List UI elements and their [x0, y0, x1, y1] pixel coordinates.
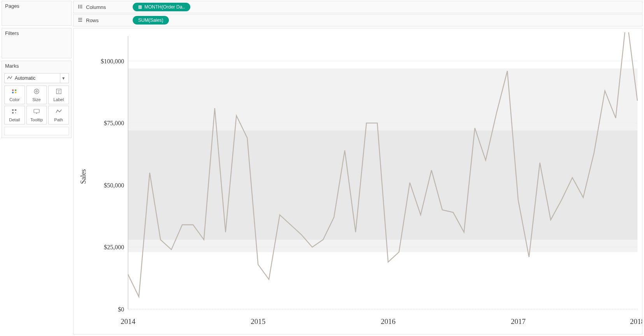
filters-shelf[interactable]: Filters — [2, 28, 72, 58]
marks-label-button[interactable]: T Label — [48, 86, 69, 104]
marks-color-label: Color — [9, 97, 19, 102]
svg-text:$100,000: $100,000 — [101, 58, 124, 65]
svg-rect-15 — [81, 5, 82, 9]
marks-tooltip-label: Tooltip — [30, 117, 43, 122]
svg-text:$75,000: $75,000 — [104, 120, 124, 126]
mark-type-select[interactable]: Automatic ▾ — [4, 73, 69, 83]
svg-point-1 — [15, 89, 16, 91]
marks-path-label: Path — [54, 117, 63, 122]
path-icon — [55, 108, 62, 116]
plus-icon: ⊞ — [138, 4, 142, 10]
line-chart[interactable]: $0$25,000$50,000$75,000$100,000201420152… — [74, 32, 642, 332]
color-icon — [11, 88, 18, 96]
svg-rect-18 — [78, 21, 82, 22]
marks-detail-label: Detail — [9, 117, 20, 122]
rows-shelf[interactable]: Rows SUM(Sales) — [73, 14, 642, 26]
marks-detail-button[interactable]: Detail — [4, 106, 25, 124]
filters-title: Filters — [2, 28, 71, 38]
rows-pill-sum-sales[interactable]: SUM(Sales) — [133, 16, 169, 24]
svg-rect-16 — [78, 18, 82, 19]
marks-path-button[interactable]: Path — [48, 106, 69, 124]
marks-label-label: Label — [53, 97, 64, 102]
detail-icon — [11, 108, 18, 116]
marks-size-label: Size — [32, 97, 40, 102]
svg-rect-8 — [12, 109, 14, 111]
rows-pill-label: SUM(Sales) — [138, 18, 163, 23]
svg-point-2 — [12, 92, 14, 93]
svg-text:2014: 2014 — [121, 317, 136, 326]
marks-color-button[interactable]: Color — [4, 86, 25, 104]
svg-text:2018: 2018 — [630, 317, 642, 326]
svg-point-11 — [15, 112, 16, 113]
marks-tooltip-button[interactable]: Tooltip — [26, 106, 47, 124]
columns-pill-month-order-date[interactable]: ⊞ MONTH(Order Da.. — [133, 3, 190, 11]
svg-rect-9 — [15, 109, 16, 111]
pages-shelf[interactable]: Pages — [2, 1, 72, 26]
chevron-down-icon: ▾ — [60, 74, 66, 83]
svg-point-5 — [36, 91, 37, 92]
columns-shelf[interactable]: Columns ⊞ MONTH(Order Da.. — [73, 1, 642, 13]
svg-text:2015: 2015 — [251, 317, 265, 326]
mark-type-label: Automatic — [15, 75, 35, 81]
visualization-area[interactable]: Sales $0$25,000$50,000$75,000$100,000201… — [73, 28, 642, 334]
svg-rect-17 — [78, 19, 82, 20]
rows-icon — [77, 17, 83, 24]
columns-icon — [77, 4, 83, 10]
tooltip-icon — [33, 108, 40, 116]
line-icon — [7, 75, 12, 82]
columns-pill-label: MONTH(Order Da.. — [144, 4, 185, 10]
svg-rect-12 — [34, 109, 39, 113]
marks-card: Marks Automatic ▾ — [2, 61, 72, 138]
svg-rect-14 — [80, 5, 81, 9]
svg-point-3 — [15, 92, 16, 93]
svg-rect-10 — [12, 112, 14, 114]
label-icon: T — [55, 88, 62, 96]
svg-text:$0: $0 — [118, 306, 124, 313]
svg-text:T: T — [58, 89, 60, 94]
columns-label: Columns — [86, 4, 106, 10]
svg-rect-13 — [78, 5, 79, 9]
size-icon — [33, 88, 40, 96]
svg-point-0 — [12, 89, 14, 91]
svg-text:$50,000: $50,000 — [104, 182, 124, 189]
marks-title: Marks — [2, 61, 71, 71]
y-axis-title: Sales — [79, 169, 88, 184]
marks-size-button[interactable]: Size — [26, 86, 47, 104]
pages-title: Pages — [2, 1, 71, 11]
rows-label: Rows — [86, 18, 99, 23]
svg-text:$25,000: $25,000 — [104, 244, 124, 250]
svg-point-4 — [34, 89, 39, 94]
svg-text:2017: 2017 — [511, 317, 526, 326]
marks-drop-area[interactable] — [4, 127, 69, 135]
svg-text:2016: 2016 — [381, 317, 395, 326]
